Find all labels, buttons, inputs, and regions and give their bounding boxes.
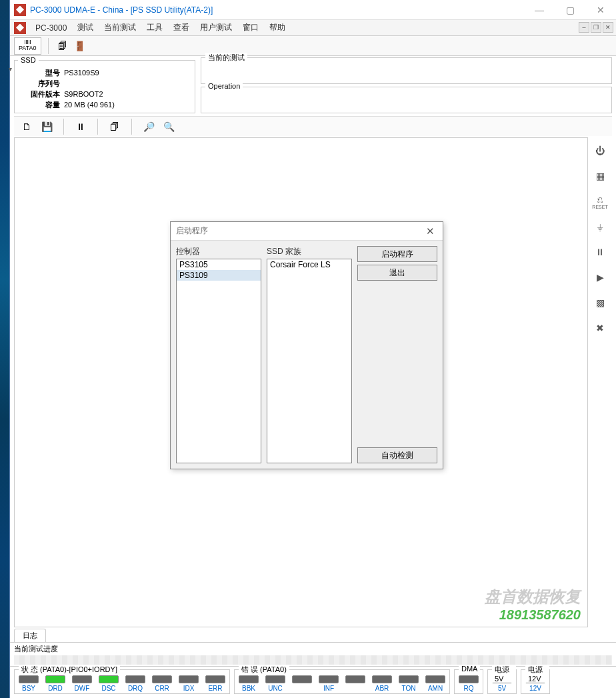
controller-list[interactable]: PS3105PS3109 xyxy=(176,259,261,463)
copy-icon[interactable]: 🗍 xyxy=(107,119,122,134)
led-ABR: ABR xyxy=(371,675,393,692)
led-label: DRQ xyxy=(128,685,143,692)
led-indicator xyxy=(459,675,479,683)
family-label: SSD 家族 xyxy=(267,246,352,257)
led-blank xyxy=(344,675,367,692)
controller-item-PS3109[interactable]: PS3109 xyxy=(177,270,261,281)
led-UNC: UNC xyxy=(264,675,287,692)
mdi-close[interactable]: ✕ xyxy=(603,22,613,33)
led-indicator xyxy=(319,675,339,683)
dialog-close-button[interactable]: ✕ xyxy=(423,225,437,237)
ssd-info-box: ▾ SSD 型号PS3109S9 序列号 固件版本S9RBOOT2 容量20 M… xyxy=(14,57,195,113)
led-label: BBK xyxy=(242,685,255,692)
dialog-autodetect-button[interactable]: 自动检测 xyxy=(357,447,437,463)
led-DRQ: DRQ xyxy=(124,675,147,692)
menu-help[interactable]: 帮助 xyxy=(264,20,291,35)
mdi-restore[interactable]: ❐ xyxy=(591,22,601,33)
led-TON: TON xyxy=(397,675,420,692)
led-label: ERR xyxy=(208,685,222,692)
family-list[interactable]: Corsair Force LS xyxy=(267,259,352,463)
menu-window[interactable]: 窗口 xyxy=(237,20,264,35)
ssd-header: SSD xyxy=(18,56,39,64)
led-RQ: RQ xyxy=(457,675,480,692)
led-indicator xyxy=(45,675,65,683)
menu-app-icon xyxy=(14,22,26,34)
chip2-icon[interactable]: ▩ xyxy=(592,295,608,311)
dialog-exit-button[interactable]: 退出 xyxy=(357,265,437,281)
led-blank xyxy=(291,675,313,692)
copy-stack-icon[interactable]: 🗐 xyxy=(55,39,70,53)
info-section: ▾ SSD 型号PS3109S9 序列号 固件版本S9RBOOT2 容量20 M… xyxy=(10,56,616,113)
watermark: 盘首数据恢复 18913587620 xyxy=(485,586,581,623)
led-indicator xyxy=(72,675,92,683)
capacity-label: 容量 xyxy=(19,99,64,110)
led-indicator xyxy=(372,675,392,683)
dma-title: DMA xyxy=(459,665,480,673)
window-controls: — ▢ ✕ xyxy=(524,0,616,19)
toolbar-divider xyxy=(48,38,49,54)
mdi-minimize[interactable]: – xyxy=(579,22,589,33)
led-label: TON xyxy=(402,685,416,692)
reset-icon[interactable]: ⎌RESET xyxy=(592,193,608,209)
log-tab[interactable]: 日志 xyxy=(14,629,46,642)
power-icon[interactable]: ⏻ xyxy=(592,143,608,159)
family-item[interactable]: Corsair Force LS xyxy=(267,259,351,270)
led-ERR: ERR xyxy=(204,675,227,692)
led-label: DWF xyxy=(75,685,90,692)
save-icon[interactable]: 💾 xyxy=(39,119,54,134)
led-indicator xyxy=(239,675,259,683)
mdi-controls: – ❐ ✕ xyxy=(579,22,613,33)
menu-tools[interactable]: 工具 xyxy=(141,20,168,35)
right-toolbar: ⏻ ▦ ⎌RESET ⏚ ⏸ ▶ ▩ ✖ xyxy=(588,137,612,627)
pata0-button[interactable]: PATA0 xyxy=(14,37,41,55)
find-icon[interactable]: 🔎 xyxy=(141,119,156,134)
led-BSY: BSY xyxy=(17,675,40,692)
play-icon[interactable]: ▶ xyxy=(592,269,608,285)
title-bar: PC-3000 UDMA-E - China - [PS SSD Utility… xyxy=(10,0,616,20)
log-tab-bar: 日志 xyxy=(14,627,612,642)
maximize-button[interactable]: ▢ xyxy=(555,0,585,19)
operation-label: Operation xyxy=(205,82,243,90)
led-label: DRD xyxy=(48,685,63,692)
serial-label: 序列号 xyxy=(19,78,64,89)
menu-current-test[interactable]: 当前测试 xyxy=(99,20,141,35)
startup-dialog: 启动程序 ✕ 控制器 PS3105PS3109 SSD 家族 Corsair F… xyxy=(170,221,443,469)
pata-toolbar: PATA0 🗐 🚪 xyxy=(10,36,616,56)
led-DSC: DSC xyxy=(97,675,120,692)
tools-icon[interactable]: ✖ xyxy=(592,320,608,336)
content-toolbar: 🗋 💾 ⏸ 🗍 🔎 🔍 xyxy=(14,116,612,136)
led-label: 5V xyxy=(498,685,506,692)
current-test-box: 当前的测试 xyxy=(201,57,612,84)
close-button[interactable]: ✕ xyxy=(585,0,616,19)
led-label: AMN xyxy=(428,685,443,692)
led-label: INF xyxy=(323,685,334,692)
voltage-icon[interactable]: ⏚ xyxy=(592,219,608,235)
led-indicator xyxy=(179,675,199,683)
minimize-button[interactable]: — xyxy=(524,0,555,19)
led-label: ABR xyxy=(375,685,389,692)
progress-label: 当前测试进度 xyxy=(14,645,58,653)
pause-icon[interactable]: ⏸ xyxy=(73,119,88,134)
chip-icon[interactable]: ▦ xyxy=(592,168,608,184)
led-indicator xyxy=(152,675,172,683)
menu-view[interactable]: 查看 xyxy=(168,20,195,35)
find-next-icon[interactable]: 🔍 xyxy=(161,119,176,134)
led-DWF: DWF xyxy=(71,675,93,692)
menu-test[interactable]: 测试 xyxy=(72,20,99,35)
ssd-caret-icon[interactable]: ▾ xyxy=(9,65,12,73)
model-value: PS3109S9 xyxy=(64,67,191,78)
led-indicator xyxy=(345,675,365,683)
dialog-start-button[interactable]: 启动程序 xyxy=(357,246,437,262)
led-indicator xyxy=(292,675,312,683)
new-file-icon[interactable]: 🗋 xyxy=(19,119,34,134)
current-test-label: 当前的测试 xyxy=(205,53,247,63)
pause2-icon[interactable]: ⏸ xyxy=(592,244,608,260)
exit-door-icon[interactable]: 🚪 xyxy=(73,39,87,53)
menu-user-test[interactable]: 用户测试 xyxy=(195,20,237,35)
led-DRD: DRD xyxy=(44,675,67,692)
led-indicator xyxy=(19,675,39,683)
led-label: CRR xyxy=(155,685,169,692)
controller-item-PS3105[interactable]: PS3105 xyxy=(177,259,261,270)
menu-app-label[interactable]: PC-3000 xyxy=(30,21,72,35)
error-title: 错 误 (PATA0) xyxy=(239,665,289,675)
